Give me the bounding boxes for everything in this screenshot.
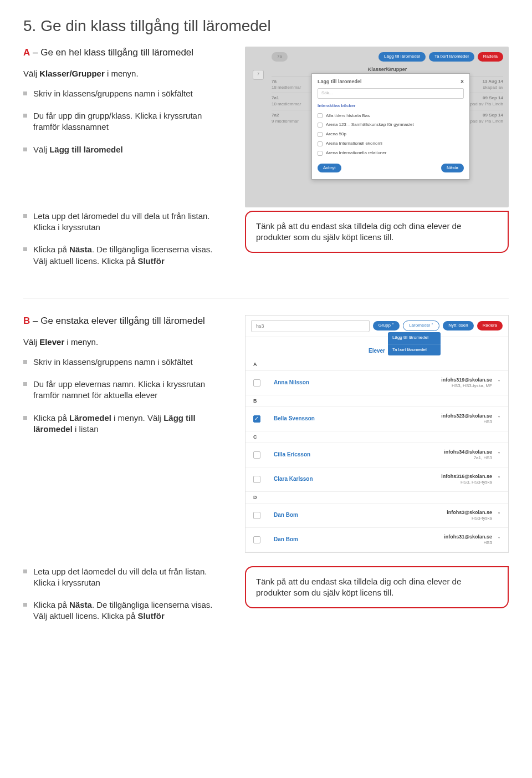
modal-title: Lägg till läromedel <box>318 78 362 85</box>
list-item: Klicka på Nästa. De tillgängliga license… <box>23 244 228 267</box>
section-a-intro: Välj Klasser/Grupper i menyn. <box>23 68 228 79</box>
screenshot-list: hs3 Grupp ˅ Läromedel ˄ Nytt lösen Rader… <box>245 315 509 553</box>
remove-button[interactable]: Ta bort läromedel <box>429 52 474 62</box>
chevron-down-icon[interactable]: ˅ <box>498 379 500 387</box>
checkbox-icon[interactable] <box>253 415 260 423</box>
checkbox-icon[interactable] <box>253 476 260 483</box>
modal-dialog: Lägg till läromedelX Sök... Interaktiva … <box>311 73 470 180</box>
chevron-down-icon[interactable]: ˅ <box>498 415 500 423</box>
modal-option[interactable]: Alla tiders historia Bas <box>318 111 464 121</box>
student-row[interactable]: Cilla Ericssoninfohs34@skolan.se7a1, HS3… <box>245 443 508 467</box>
laromedel-button[interactable]: Läromedel ˄ <box>403 321 439 331</box>
page-title: 5. Ge din klass tillgång till läromedel <box>23 16 509 37</box>
modal-category: Interaktiva böcker <box>318 103 464 109</box>
list-item: Du får upp din grupp/klass. Klicka i kry… <box>23 110 228 133</box>
section-letter: B <box>245 395 508 407</box>
dropdown-item-remove[interactable]: Ta bort läromedel <box>388 344 441 356</box>
student-row[interactable]: Dan Bominfohs3@skolan.seHS3-tyska˅ <box>245 504 508 528</box>
checkbox-icon[interactable] <box>253 536 260 543</box>
modal-option[interactable]: Arena Internationella relationer <box>318 149 464 158</box>
checkbox-icon[interactable] <box>318 113 323 118</box>
callout-note: Tänk på att du endast ska tilldela dig o… <box>245 211 509 253</box>
student-row[interactable]: Dan Bominfohs31@skolan.seHS3˅ <box>245 528 508 552</box>
modal-option[interactable]: Arena 50p <box>318 130 464 139</box>
add-button[interactable]: Lägg till läromedel <box>378 52 426 62</box>
list-header: Elever <box>245 337 508 359</box>
checkbox-icon[interactable] <box>253 379 260 387</box>
list-item: Leta upp det läomedel du vill dela ut fr… <box>23 566 228 589</box>
modal-search-input[interactable]: Sök... <box>318 88 464 99</box>
side-tab[interactable]: 7 <box>253 70 264 80</box>
section-letter: D <box>245 492 508 504</box>
callout-note: Tänk på att du endast ska tilldela dig o… <box>245 566 509 609</box>
section-b-intro: Välj Elever i menyn. <box>23 337 228 348</box>
student-row[interactable]: Clara Karlssoninfohs316@skolan.seHS3, HS… <box>245 467 508 492</box>
list-item: Du får upp elevernas namn. Klicka i krys… <box>23 379 228 401</box>
checkbox-icon[interactable] <box>318 123 323 128</box>
list-item: Välj Lägg till läromedel <box>23 144 228 155</box>
next-button[interactable]: Nästa <box>441 164 464 173</box>
bg-header: Klasser/Grupper <box>272 66 503 73</box>
student-row[interactable]: Bella Svenssoninfohs323@skolan.seHS3˅ <box>245 407 508 431</box>
section-a-label: A – Ge en hel klass tillgång till lärome… <box>23 47 228 59</box>
chevron-down-icon[interactable]: ˅ <box>498 511 500 519</box>
list-item: Leta upp det läromedel du vill dela ut f… <box>23 211 228 233</box>
list-item: Klicka på Läromedel i menyn. Välj Lägg t… <box>23 413 228 435</box>
modal-option[interactable]: Arena Internationell ekonomi <box>318 139 464 149</box>
checkbox-icon[interactable] <box>318 141 323 146</box>
chevron-down-icon[interactable]: ˅ <box>498 451 500 459</box>
delete-button[interactable]: Radera <box>477 321 503 330</box>
chevron-down-icon[interactable]: ˅ <box>498 536 500 543</box>
list-item: Klicka på Nästa. De tillgängliga license… <box>23 599 228 622</box>
section-letter: A <box>245 359 508 370</box>
section-b-label: B – Ge enstaka elever tillgång till läro… <box>23 315 228 328</box>
section-letter: C <box>245 431 508 443</box>
group-button[interactable]: Grupp ˅ <box>373 321 400 330</box>
list-item: Skriv in klassens/gruppens namn i sökfäl… <box>23 88 228 99</box>
checkbox-icon[interactable] <box>253 451 260 459</box>
delete-button[interactable]: Radera <box>478 52 503 62</box>
checkbox-icon[interactable] <box>253 512 260 519</box>
list-item: Skriv in klassens/gruppens namn i sökfäl… <box>23 357 228 368</box>
screenshot-modal: 7a Lägg till läromedel Ta bort läromedel… <box>245 47 509 207</box>
checkbox-icon[interactable] <box>318 132 323 137</box>
chevron-down-icon[interactable]: ˅ <box>498 475 500 483</box>
search-pill[interactable]: 7a <box>272 52 288 62</box>
search-input[interactable]: hs3 <box>251 320 370 332</box>
checkbox-icon[interactable] <box>318 151 323 156</box>
divider <box>23 298 509 298</box>
student-row[interactable]: Anna Nilssoninfohs319@skolan.seHS3, HS3-… <box>245 371 508 395</box>
laromedel-dropdown: Lägg till läromedel Ta bort läromedel <box>388 332 441 356</box>
password-button[interactable]: Nytt lösen <box>443 321 474 330</box>
dropdown-item-add[interactable]: Lägg till läromedel <box>388 332 441 344</box>
modal-option[interactable]: Arena 123 – Samhällskunskap för gymnasie… <box>318 120 464 130</box>
cancel-button[interactable]: Avbryt <box>318 164 341 173</box>
close-icon[interactable]: X <box>461 78 464 85</box>
